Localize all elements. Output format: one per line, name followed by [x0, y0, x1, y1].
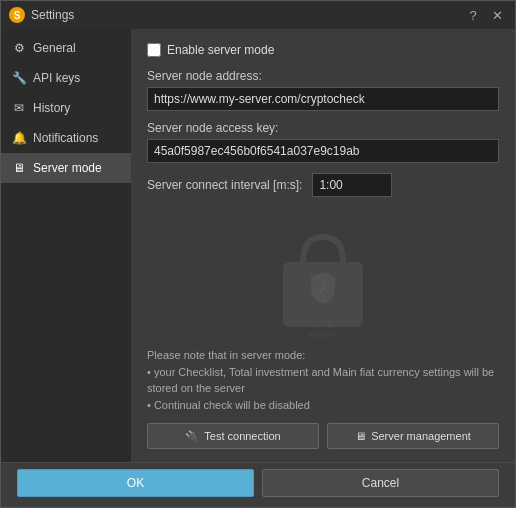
sidebar-item-history[interactable]: ✉ History [1, 93, 131, 123]
window-title: Settings [31, 8, 463, 22]
enable-server-mode-checkbox[interactable] [147, 43, 161, 57]
server-key-input[interactable] [147, 139, 499, 163]
server-management-label: Server management [371, 430, 471, 442]
note-text: Please note that in server mode:• your C… [147, 347, 499, 413]
note-content: Please note that in server mode:• your C… [147, 349, 494, 411]
logo-svg: ✓ 安下载 anxz.com [263, 217, 383, 337]
server-key-label: Server node access key: [147, 121, 499, 135]
title-bar: S Settings ? ✕ [1, 1, 515, 29]
history-icon: ✉ [11, 100, 27, 116]
title-bar-buttons: ? ✕ [463, 5, 507, 25]
sidebar-item-label: API keys [33, 71, 80, 85]
ok-button[interactable]: OK [17, 469, 254, 497]
enable-server-mode-label: Enable server mode [167, 43, 274, 57]
general-icon: ⚙ [11, 40, 27, 56]
sidebar-item-label: Server mode [33, 161, 102, 175]
test-connection-button[interactable]: 🔌 Test connection [147, 423, 319, 449]
help-button[interactable]: ? [463, 5, 483, 25]
interval-label: Server connect interval [m:s]: [147, 178, 302, 192]
server-mode-icon: 🖥 [11, 160, 27, 176]
sidebar-item-label: History [33, 101, 70, 115]
notifications-icon: 🔔 [11, 130, 27, 146]
window-body: ⚙ General 🔧 API keys ✉ History 🔔 Notific… [1, 29, 515, 462]
svg-text:安下载: 安下载 [311, 320, 335, 329]
settings-window: S Settings ? ✕ ⚙ General 🔧 API keys ✉ Hi… [0, 0, 516, 508]
main-content: Enable server mode Server node address: … [131, 29, 515, 462]
svg-text:✓: ✓ [317, 281, 329, 297]
server-address-group: Server node address: [147, 69, 499, 111]
api-keys-icon: 🔧 [11, 70, 27, 86]
close-button[interactable]: ✕ [487, 5, 507, 25]
cancel-button[interactable]: Cancel [262, 469, 499, 497]
test-connection-icon: 🔌 [185, 430, 199, 443]
test-connection-label: Test connection [204, 430, 280, 442]
sidebar-item-server-mode[interactable]: 🖥 Server mode [1, 153, 131, 183]
server-address-label: Server node address: [147, 69, 499, 83]
sidebar-item-notifications[interactable]: 🔔 Notifications [1, 123, 131, 153]
action-buttons: 🔌 Test connection 🖥 Server management [147, 423, 499, 449]
sidebar: ⚙ General 🔧 API keys ✉ History 🔔 Notific… [1, 29, 131, 462]
sidebar-item-general[interactable]: ⚙ General [1, 33, 131, 63]
interval-group: Server connect interval [m:s]: [147, 173, 499, 197]
interval-row: Server connect interval [m:s]: [147, 173, 499, 197]
sidebar-item-label: General [33, 41, 76, 55]
app-icon: S [9, 7, 25, 23]
logo-area: ✓ 安下载 anxz.com [147, 217, 499, 337]
enable-server-mode-row: Enable server mode [147, 43, 499, 57]
interval-input[interactable] [312, 173, 392, 197]
server-management-button[interactable]: 🖥 Server management [327, 423, 499, 449]
sidebar-item-label: Notifications [33, 131, 98, 145]
footer-buttons: OK Cancel [1, 462, 515, 507]
server-key-group: Server node access key: [147, 121, 499, 163]
sidebar-item-api-keys[interactable]: 🔧 API keys [1, 63, 131, 93]
svg-text:anxz.com: anxz.com [308, 331, 338, 337]
server-management-icon: 🖥 [355, 430, 366, 442]
server-address-input[interactable] [147, 87, 499, 111]
